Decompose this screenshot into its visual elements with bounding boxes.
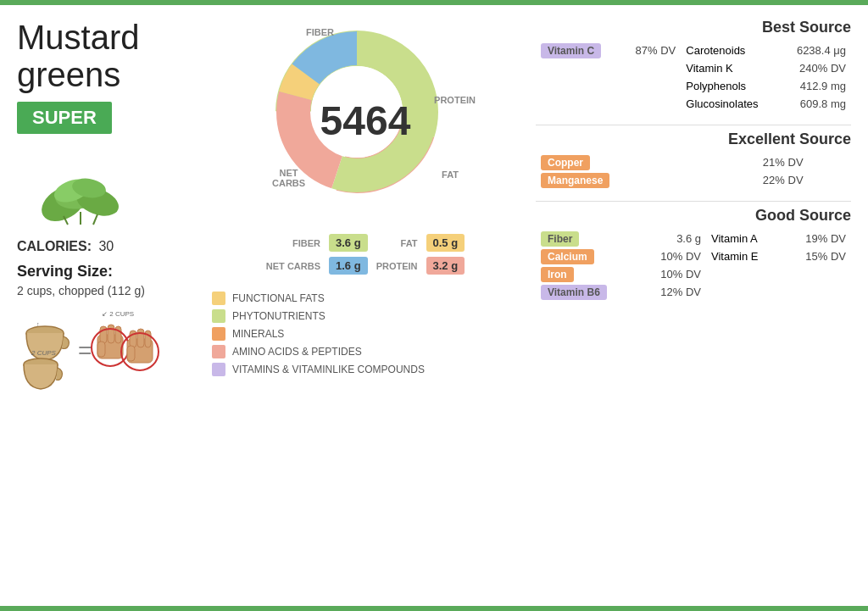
- manganese-value: 22% DV: [702, 171, 808, 189]
- fiber-label: FIBER: [266, 238, 320, 248]
- vitamin-c-pill: Vitamin C: [541, 43, 601, 58]
- fiber-pill: Fiber: [541, 231, 579, 247]
- svg-rect-22: [145, 330, 151, 347]
- food-title: Mustard greens: [17, 19, 195, 93]
- excellent-source-title: Excellent Source: [536, 131, 851, 148]
- svg-rect-21: [137, 329, 144, 347]
- legend-color-dot: [212, 292, 225, 305]
- good-source-table: Fiber 3.6 g Vitamin A 19% DV Calcium 10%…: [536, 230, 851, 301]
- svg-text:↙ 2 CUPS: ↙ 2 CUPS: [102, 310, 134, 318]
- excellent-source-table: Copper 21% DV Manganese 22% DV: [536, 153, 851, 189]
- iron-pill: Iron: [541, 267, 574, 282]
- legend-label: AMINO ACIDS & PEPTIDES: [232, 346, 362, 358]
- food-image: [17, 144, 144, 229]
- protein-value: 3.2 g: [426, 257, 465, 275]
- glucosinolates-value: 609.8 mg: [780, 95, 851, 113]
- good-source-title: Good Source: [536, 207, 851, 225]
- carotenoids-label: Carotenoids: [681, 42, 780, 59]
- copper-pill: Copper: [541, 155, 590, 170]
- vitamin-e-value: 15% DV: [783, 247, 851, 265]
- vitaminb6-value: 12% DV: [638, 283, 706, 301]
- macro-grid: FIBER 3.6 g FAT 0.5 g NET CARBS 1.6 g PR…: [266, 234, 465, 275]
- vitamin-a-label: Vitamin A: [706, 230, 783, 247]
- calories-value: 30: [98, 239, 114, 253]
- table-row: Manganese 22% DV: [536, 171, 851, 189]
- vitamin-e-label: Vitamin E: [706, 247, 783, 265]
- legend-item: VITAMINS & VITAMINLIKE COMPOUNDS: [212, 363, 519, 376]
- fat-value: 0.5 g: [426, 234, 465, 252]
- svg-text:2 CUPS: 2 CUPS: [31, 349, 57, 357]
- glucosinolates-label: Glucosinolates: [681, 95, 780, 113]
- legend-color-dot: [212, 327, 225, 341]
- calcium-value: 10% DV: [638, 247, 706, 265]
- legend-label: PHYTONUTRIENTS: [232, 310, 326, 322]
- vitamin-a-value: 19% DV: [783, 230, 851, 247]
- table-row: Fiber 3.6 g Vitamin A 19% DV: [536, 230, 851, 247]
- legend-label: VITAMINS & VITAMINLIKE COMPOUNDS: [232, 364, 425, 375]
- fiber-gs-value: 3.6 g: [638, 230, 706, 247]
- calcium-pill: Calcium: [541, 249, 594, 264]
- best-source-table: Vitamin C 87% DV Carotenoids 6238.4 μg V…: [536, 42, 851, 113]
- super-badge: SUPER: [17, 102, 112, 134]
- fiber-value: 3.6 g: [329, 234, 368, 252]
- donut-value: 5464: [320, 97, 411, 144]
- carotenoids-value: 6238.4 μg: [780, 42, 851, 59]
- table-row: Iron 10% DV: [536, 265, 851, 283]
- svg-rect-16: [115, 326, 121, 343]
- serving-image: 2 CUPS ↑ =: [17, 309, 195, 403]
- fat-label: FAT: [376, 238, 418, 248]
- netcarbs-value: 1.6 g: [329, 257, 368, 275]
- legend-item: FUNCTIONAL FATS: [212, 292, 519, 305]
- best-source-section: Best Source Vitamin C 87% DV Carotenoids…: [536, 19, 851, 113]
- donut-fiber-label: FIBER: [306, 27, 334, 37]
- legend-color-dot: [212, 363, 225, 376]
- svg-rect-15: [108, 325, 114, 343]
- vitamin-k-value: 240% DV: [780, 59, 851, 77]
- donut-protein-label: PROTEIN: [434, 95, 476, 105]
- good-source-section: Good Source Fiber 3.6 g Vitamin A 19% DV…: [536, 207, 851, 301]
- vitaminb6-pill: Vitamin B6: [541, 285, 607, 300]
- legend-item: PHYTONUTRIENTS: [212, 309, 519, 323]
- polyphenols-label: Polyphenols: [681, 77, 780, 95]
- svg-rect-23: [127, 346, 135, 361]
- svg-line-7: [93, 214, 97, 225]
- legend-item: MINERALS: [212, 327, 519, 341]
- table-row: Polyphenols 412.9 mg: [536, 77, 851, 95]
- serving-desc: 2 cups, chopped (112 g): [17, 284, 195, 297]
- donut-netcarbs-label: NETCARBS: [272, 168, 305, 188]
- legend-label: MINERALS: [232, 328, 284, 340]
- table-row: Copper 21% DV: [536, 153, 851, 171]
- vitamin-k-label: Vitamin K: [681, 59, 780, 77]
- donut-fat-label: FAT: [442, 169, 459, 180]
- calories-row: CALORIES: 30: [17, 239, 195, 254]
- svg-text:↑: ↑: [36, 321, 40, 327]
- donut-chart: 5464 FIBER PROTEIN FAT NETCARBS: [264, 19, 467, 222]
- legend-label: FUNCTIONAL FATS: [232, 292, 325, 304]
- netcarbs-label: NET CARBS: [266, 261, 320, 271]
- copper-value: 21% DV: [702, 153, 808, 171]
- svg-text:=: =: [78, 337, 92, 364]
- legend-color-dot: [212, 345, 225, 358]
- vitamin-c-value: 87% DV: [620, 42, 682, 59]
- middle-panel: 5464 FIBER PROTEIN FAT NETCARBS FIBER 3.…: [203, 19, 527, 592]
- serving-title: Serving Size:: [17, 263, 195, 281]
- best-source-title: Best Source: [536, 19, 851, 36]
- legend-section: FUNCTIONAL FATSPHYTONUTRIENTSMINERALSAMI…: [212, 292, 519, 380]
- protein-label: PROTEIN: [376, 261, 418, 271]
- iron-value: 10% DV: [638, 265, 706, 283]
- svg-rect-17: [97, 342, 105, 357]
- legend-item: AMINO ACIDS & PEPTIDES: [212, 345, 519, 358]
- polyphenols-value: 412.9 mg: [780, 77, 851, 95]
- table-row: Calcium 10% DV Vitamin E 15% DV: [536, 247, 851, 265]
- left-panel: Mustard greens SUPER CALORIES: 30 Ser: [17, 19, 203, 592]
- table-row: Vitamin B6 12% DV: [536, 283, 851, 301]
- calories-label: CALORIES:: [17, 239, 92, 253]
- donut-center: 5464: [320, 97, 411, 144]
- right-panel: Best Source Vitamin C 87% DV Carotenoids…: [527, 19, 851, 592]
- excellent-source-section: Excellent Source Copper 21% DV Manganese…: [536, 131, 851, 189]
- manganese-pill: Manganese: [541, 173, 609, 188]
- legend-color-dot: [212, 309, 225, 323]
- table-row: Vitamin K 240% DV: [536, 59, 851, 77]
- table-row: Glucosinolates 609.8 mg: [536, 95, 851, 113]
- table-row: Vitamin C 87% DV Carotenoids 6238.4 μg: [536, 42, 851, 59]
